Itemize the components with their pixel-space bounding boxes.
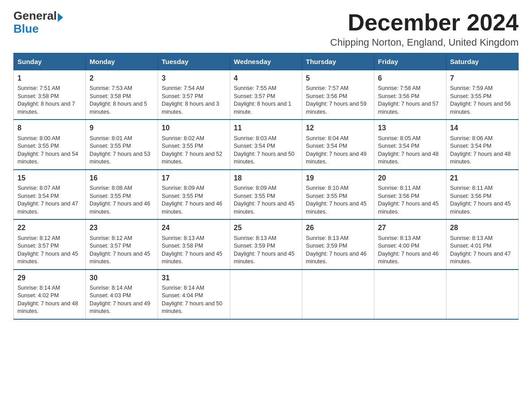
day-info: Sunrise: 8:04 AMSunset: 3:54 PMDaylight:… xyxy=(306,135,370,166)
calendar-subtitle: Chipping Norton, England, United Kingdom xyxy=(330,37,519,48)
day-number: 23 xyxy=(90,223,154,233)
day-number: 29 xyxy=(17,273,82,283)
day-info: Sunrise: 8:14 AMSunset: 4:02 PMDaylight:… xyxy=(17,284,82,316)
title-area: December 2024 Chipping Norton, England, … xyxy=(330,9,519,48)
calendar-day-cell: 3 Sunrise: 7:54 AMSunset: 3:57 PMDayligh… xyxy=(158,70,230,120)
day-info: Sunrise: 8:13 AMSunset: 4:00 PMDaylight:… xyxy=(378,235,442,266)
day-number: 17 xyxy=(162,173,226,183)
logo: General Blue xyxy=(13,9,63,36)
calendar-day-cell: 1 Sunrise: 7:51 AMSunset: 3:58 PMDayligh… xyxy=(14,70,86,120)
day-number: 24 xyxy=(162,223,226,233)
day-info: Sunrise: 8:06 AMSunset: 3:54 PMDaylight:… xyxy=(450,135,515,166)
day-info: Sunrise: 7:53 AMSunset: 3:58 PMDaylight:… xyxy=(90,85,154,116)
page-header: General Blue December 2024 Chipping Nort… xyxy=(13,9,519,48)
calendar-day-cell: 17 Sunrise: 8:09 AMSunset: 3:55 PMDaylig… xyxy=(158,170,230,219)
day-info: Sunrise: 8:12 AMSunset: 3:57 PMDaylight:… xyxy=(17,235,82,266)
day-number: 19 xyxy=(306,173,370,183)
day-number: 7 xyxy=(450,73,515,83)
calendar-title: December 2024 xyxy=(330,9,519,36)
day-number: 28 xyxy=(450,223,515,233)
calendar-day-cell: 5 Sunrise: 7:57 AMSunset: 3:56 PMDayligh… xyxy=(302,70,374,120)
calendar-day-cell: 31 Sunrise: 8:14 AMSunset: 4:04 PMDaylig… xyxy=(158,270,230,319)
day-info: Sunrise: 8:14 AMSunset: 4:04 PMDaylight:… xyxy=(162,284,226,316)
day-number: 13 xyxy=(378,123,442,133)
day-info: Sunrise: 8:09 AMSunset: 3:55 PMDaylight:… xyxy=(162,184,226,216)
day-info: Sunrise: 8:03 AMSunset: 3:54 PMDaylight:… xyxy=(234,135,298,166)
calendar-day-cell: 19 Sunrise: 8:10 AMSunset: 3:55 PMDaylig… xyxy=(302,170,374,219)
day-number: 4 xyxy=(234,73,298,83)
weekday-header-sunday: Sunday xyxy=(14,53,86,70)
weekday-header-row: SundayMondayTuesdayWednesdayThursdayFrid… xyxy=(14,53,519,70)
calendar-week-row: 22 Sunrise: 8:12 AMSunset: 3:57 PMDaylig… xyxy=(14,219,519,269)
calendar-day-cell: 4 Sunrise: 7:55 AMSunset: 3:57 PMDayligh… xyxy=(230,70,302,120)
day-info: Sunrise: 7:58 AMSunset: 3:56 PMDaylight:… xyxy=(378,85,442,116)
day-info: Sunrise: 7:55 AMSunset: 3:57 PMDaylight:… xyxy=(234,85,298,116)
calendar-day-cell: 18 Sunrise: 8:09 AMSunset: 3:55 PMDaylig… xyxy=(230,170,302,219)
day-number: 20 xyxy=(378,173,442,183)
logo-arrow-icon xyxy=(58,13,63,22)
day-number: 25 xyxy=(234,223,298,233)
calendar-day-cell: 9 Sunrise: 8:01 AMSunset: 3:55 PMDayligh… xyxy=(86,120,158,169)
day-info: Sunrise: 8:13 AMSunset: 3:58 PMDaylight:… xyxy=(162,235,226,266)
calendar-week-row: 8 Sunrise: 8:00 AMSunset: 3:55 PMDayligh… xyxy=(14,120,519,169)
day-number: 27 xyxy=(378,223,442,233)
day-number: 3 xyxy=(162,73,226,83)
day-number: 12 xyxy=(306,123,370,133)
day-number: 22 xyxy=(17,223,82,233)
calendar-day-cell: 16 Sunrise: 8:08 AMSunset: 3:55 PMDaylig… xyxy=(86,170,158,219)
calendar-day-cell: 7 Sunrise: 7:59 AMSunset: 3:55 PMDayligh… xyxy=(446,70,519,120)
calendar-day-cell: 12 Sunrise: 8:04 AMSunset: 3:54 PMDaylig… xyxy=(302,120,374,169)
weekday-header-monday: Monday xyxy=(86,53,158,70)
calendar-week-row: 29 Sunrise: 8:14 AMSunset: 4:02 PMDaylig… xyxy=(14,270,519,319)
logo-general-text: General xyxy=(13,9,57,23)
calendar-day-cell: 13 Sunrise: 8:05 AMSunset: 3:54 PMDaylig… xyxy=(374,120,446,169)
calendar-day-cell: 2 Sunrise: 7:53 AMSunset: 3:58 PMDayligh… xyxy=(86,70,158,120)
day-number: 18 xyxy=(234,173,298,183)
calendar-day-cell: 20 Sunrise: 8:11 AMSunset: 3:56 PMDaylig… xyxy=(374,170,446,219)
day-info: Sunrise: 7:59 AMSunset: 3:55 PMDaylight:… xyxy=(450,85,515,116)
day-number: 1 xyxy=(17,73,82,83)
day-number: 16 xyxy=(90,173,154,183)
day-info: Sunrise: 8:07 AMSunset: 3:54 PMDaylight:… xyxy=(17,184,82,216)
logo-blue-text: Blue xyxy=(13,22,39,35)
day-info: Sunrise: 8:13 AMSunset: 4:01 PMDaylight:… xyxy=(450,235,515,266)
calendar-day-cell: 11 Sunrise: 8:03 AMSunset: 3:54 PMDaylig… xyxy=(230,120,302,169)
calendar-day-cell: 6 Sunrise: 7:58 AMSunset: 3:56 PMDayligh… xyxy=(374,70,446,120)
calendar-day-cell: 28 Sunrise: 8:13 AMSunset: 4:01 PMDaylig… xyxy=(446,219,519,269)
day-number: 15 xyxy=(17,173,82,183)
calendar-day-cell: 14 Sunrise: 8:06 AMSunset: 3:54 PMDaylig… xyxy=(446,120,519,169)
calendar-day-cell xyxy=(374,270,446,319)
day-info: Sunrise: 8:14 AMSunset: 4:03 PMDaylight:… xyxy=(90,284,154,316)
day-info: Sunrise: 8:10 AMSunset: 3:55 PMDaylight:… xyxy=(306,184,370,216)
day-info: Sunrise: 7:57 AMSunset: 3:56 PMDaylight:… xyxy=(306,85,370,116)
weekday-header-friday: Friday xyxy=(374,53,446,70)
day-info: Sunrise: 8:11 AMSunset: 3:56 PMDaylight:… xyxy=(378,184,442,216)
calendar-day-cell: 23 Sunrise: 8:12 AMSunset: 3:57 PMDaylig… xyxy=(86,219,158,269)
weekday-header-wednesday: Wednesday xyxy=(230,53,302,70)
day-number: 11 xyxy=(234,123,298,133)
day-info: Sunrise: 8:00 AMSunset: 3:55 PMDaylight:… xyxy=(17,135,82,166)
calendar-day-cell: 29 Sunrise: 8:14 AMSunset: 4:02 PMDaylig… xyxy=(14,270,86,319)
day-info: Sunrise: 8:12 AMSunset: 3:57 PMDaylight:… xyxy=(90,235,154,266)
day-number: 10 xyxy=(162,123,226,133)
day-info: Sunrise: 8:01 AMSunset: 3:55 PMDaylight:… xyxy=(90,135,154,166)
weekday-header-thursday: Thursday xyxy=(302,53,374,70)
calendar-day-cell: 30 Sunrise: 8:14 AMSunset: 4:03 PMDaylig… xyxy=(86,270,158,319)
day-info: Sunrise: 8:09 AMSunset: 3:55 PMDaylight:… xyxy=(234,184,298,216)
calendar-day-cell: 25 Sunrise: 8:13 AMSunset: 3:59 PMDaylig… xyxy=(230,219,302,269)
day-info: Sunrise: 7:51 AMSunset: 3:58 PMDaylight:… xyxy=(17,85,82,116)
day-number: 2 xyxy=(90,73,154,83)
calendar-day-cell: 8 Sunrise: 8:00 AMSunset: 3:55 PMDayligh… xyxy=(14,120,86,169)
day-number: 9 xyxy=(90,123,154,133)
calendar-day-cell: 22 Sunrise: 8:12 AMSunset: 3:57 PMDaylig… xyxy=(14,219,86,269)
day-info: Sunrise: 8:08 AMSunset: 3:55 PMDaylight:… xyxy=(90,184,154,216)
day-number: 6 xyxy=(378,73,442,83)
day-info: Sunrise: 8:05 AMSunset: 3:54 PMDaylight:… xyxy=(378,135,442,166)
calendar-week-row: 1 Sunrise: 7:51 AMSunset: 3:58 PMDayligh… xyxy=(14,70,519,120)
calendar-week-row: 15 Sunrise: 8:07 AMSunset: 3:54 PMDaylig… xyxy=(14,170,519,219)
day-info: Sunrise: 8:13 AMSunset: 3:59 PMDaylight:… xyxy=(306,235,370,266)
day-info: Sunrise: 8:13 AMSunset: 3:59 PMDaylight:… xyxy=(234,235,298,266)
day-number: 8 xyxy=(17,123,82,133)
calendar-day-cell xyxy=(302,270,374,319)
day-info: Sunrise: 8:11 AMSunset: 3:56 PMDaylight:… xyxy=(450,184,515,216)
